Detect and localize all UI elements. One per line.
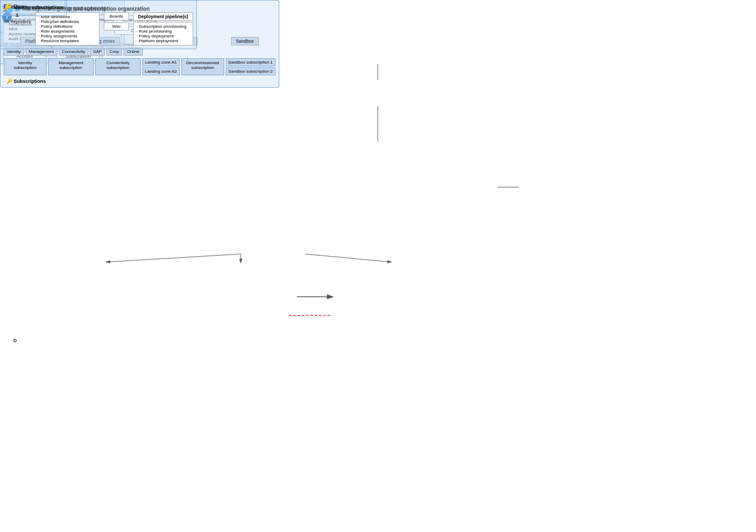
identity-subscription: Identity subscription — [4, 58, 47, 75]
git-repo-label: Git Repository — [4, 19, 31, 24]
identity-subscriptions-section: 🔑 Identity subscriptions — [0, 0, 67, 16]
wiki-box: Wiki — [104, 22, 129, 30]
boards-box: Boards — [104, 12, 129, 20]
deployment-pipeline: Deployment pipeline(s) — [133, 12, 193, 21]
devops-role-list: · Role definitions · PolicySet definitio… — [35, 12, 100, 45]
diagram-container: A 🏢 Enterprise enrollment Enrollment Dep… — [0, 0, 756, 532]
connectivity-subscription: Connectivity subscription — [95, 58, 141, 75]
management-subscription: Management subscription — [48, 58, 94, 75]
sandbox-2: Sandbox subscription 2 — [226, 67, 276, 75]
sandbox-group: Sandbox — [231, 37, 259, 45]
landing-a2: Landing zone A2 — [142, 67, 180, 75]
pipeline-list: · Subscription provisioning · Role provi… — [133, 22, 193, 45]
landing-a1: Landing zone A1 — [142, 58, 180, 66]
decommissioned-subscription: Decommissioned subscription — [181, 58, 224, 75]
sandbox-1: Sandbox subscription 1 — [226, 58, 276, 66]
identity-sub-title: Identity subscriptions — [13, 5, 64, 10]
